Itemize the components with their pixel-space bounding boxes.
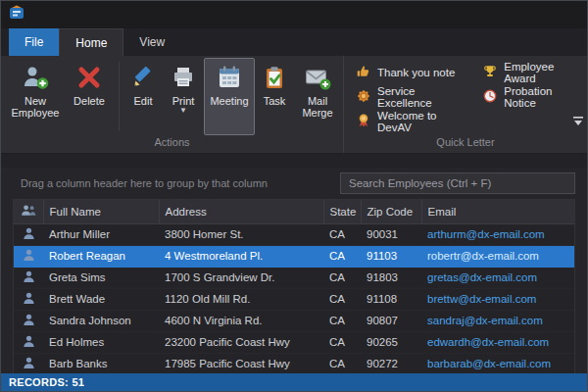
delete-icon	[76, 63, 102, 92]
task-clipboard-icon	[262, 63, 287, 92]
delete-button[interactable]: Delete	[64, 58, 115, 135]
column-header-full-name[interactable]: Full Name	[43, 200, 159, 223]
cell-zip: 90265	[361, 331, 421, 353]
table-row[interactable]: Robert Reagan4 Westmoreland Pl.CA91103ro…	[14, 245, 574, 267]
row-person-icon	[14, 310, 43, 331]
cell-zip: 90031	[361, 223, 421, 245]
search-input[interactable]	[340, 172, 575, 194]
cell-email-link[interactable]: arthurm@dx-email.com	[421, 223, 574, 245]
probation-notice-label: Probation Notice	[504, 85, 565, 109]
edit-button[interactable]: Edit	[123, 58, 163, 135]
service-excellence-item[interactable]: Service Excellence	[352, 84, 474, 109]
cell-email-link[interactable]: edwardh@dx-email.com	[421, 331, 574, 353]
app-window: File Home View New Employe	[0, 0, 588, 392]
titlebar	[1, 1, 587, 28]
row-person-icon	[14, 353, 43, 373]
row-person-icon	[14, 267, 43, 288]
ribbon-bottom-strip	[1, 154, 587, 168]
tab-file[interactable]: File	[9, 28, 59, 56]
meeting-calendar-icon	[216, 63, 243, 92]
cell-email-link[interactable]: sandraj@dx-email.com	[421, 310, 574, 331]
welcome-to-devav-item[interactable]: Welcome to DevAV	[352, 109, 474, 133]
table-row[interactable]: Sandra Johnson4600 N Virginia Rd.CA90807…	[14, 310, 574, 331]
row-person-icon	[14, 331, 43, 353]
cell-zip: 90272	[361, 353, 421, 373]
cell-address: 1700 S Grandview Dr.	[159, 267, 323, 288]
quick-letter-more-button[interactable]	[569, 56, 587, 135]
table-row[interactable]: Arthur Miller3800 Homer St.CA90031arthur…	[14, 223, 574, 245]
ribbon: New Employee Delete	[1, 56, 587, 154]
new-employee-button[interactable]: New Employee	[7, 58, 64, 135]
new-employee-icon	[22, 63, 49, 92]
cell-zip: 91108	[361, 288, 421, 310]
task-button[interactable]: Task	[255, 58, 294, 135]
mail-merge-icon	[304, 63, 331, 92]
cell-address: 17985 Pacific Coast Hwy	[159, 353, 323, 373]
cell-zip: 90807	[361, 310, 421, 331]
table-row[interactable]: Ed Holmes23200 Pacific Coast HwyCA90265e…	[14, 331, 574, 353]
actions-group-caption: Actions	[1, 135, 343, 153]
thank-you-note-item[interactable]: Thank you note	[352, 60, 474, 84]
cell-state: CA	[323, 223, 361, 245]
cell-email-link[interactable]: barbarab@dx-email.com	[421, 353, 574, 373]
table-row[interactable]: Brett Wade1120 Old Mill Rd.CA91108brettw…	[14, 288, 574, 310]
cell-full-name: Greta Sims	[43, 267, 159, 288]
grid-body: Arthur Miller3800 Homer St.CA90031arthur…	[14, 223, 574, 373]
cell-full-name: Arthur Miller	[43, 223, 159, 245]
thank-you-note-label: Thank you note	[377, 67, 455, 78]
column-header-email[interactable]: Email	[421, 200, 574, 223]
cell-email-link[interactable]: robertr@dx-email.com	[421, 245, 574, 267]
ribbon-group-quick-letter: Thank you note Empl	[343, 56, 587, 153]
group-by-hint[interactable]: Drag a column header here to group by th…	[13, 177, 340, 189]
people-header-icon[interactable]	[14, 200, 43, 223]
cell-full-name: Barb Banks	[43, 353, 159, 373]
cell-address: 23200 Pacific Coast Hwy	[159, 331, 323, 353]
probation-notice-item[interactable]: Probation Notice	[478, 84, 569, 109]
mail-merge-button[interactable]: Mail Merge	[294, 58, 341, 135]
column-header-state[interactable]: State	[323, 200, 361, 223]
ribbon-medal-icon	[356, 113, 371, 130]
row-person-icon	[14, 288, 43, 310]
print-icon	[171, 63, 196, 92]
cell-address: 4 Westmoreland Pl.	[159, 245, 323, 267]
cell-state: CA	[323, 310, 361, 331]
trophy-icon	[482, 64, 498, 81]
thumbs-up-icon	[356, 64, 371, 81]
employee-award-label: Employee Award	[504, 61, 565, 84]
cell-address: 4600 N Virginia Rd.	[159, 310, 323, 331]
grid-toolbar: Drag a column header here to group by th…	[1, 168, 587, 199]
tab-view[interactable]: View	[123, 28, 180, 56]
cell-state: CA	[323, 267, 361, 288]
cell-address: 3800 Homer St.	[159, 223, 323, 245]
medal-burst-icon	[356, 88, 371, 106]
cell-full-name: Ed Holmes	[43, 331, 159, 353]
new-employee-label: New Employee	[10, 95, 61, 119]
table-row[interactable]: Barb Banks17985 Pacific Coast HwyCA90272…	[14, 353, 574, 373]
print-dropdown-caret: ▼	[179, 107, 187, 114]
print-button[interactable]: Print ▼	[163, 58, 204, 135]
app-icon	[9, 5, 24, 24]
cell-email-link[interactable]: brettw@dx-email.com	[421, 288, 574, 310]
edit-label: Edit	[134, 95, 153, 107]
column-header-zip[interactable]: Zip Code	[361, 200, 421, 223]
delete-label: Delete	[74, 95, 105, 107]
task-label: Task	[264, 95, 286, 107]
cell-email-link[interactable]: gretas@dx-email.com	[421, 267, 574, 288]
service-excellence-label: Service Excellence	[377, 85, 470, 109]
meeting-button[interactable]: Meeting	[204, 58, 255, 135]
row-person-icon	[14, 223, 43, 245]
tab-home[interactable]: Home	[59, 28, 123, 56]
column-header-address[interactable]: Address	[159, 200, 323, 223]
row-person-icon	[14, 245, 43, 267]
ribbon-tabstrip: File Home View	[1, 28, 587, 56]
quick-letter-group-caption: Quick Letter	[344, 135, 587, 153]
cell-state: CA	[323, 245, 361, 267]
table-row[interactable]: Greta Sims1700 S Grandview Dr.CA91803gre…	[14, 267, 574, 288]
cell-full-name: Sandra Johnson	[43, 310, 159, 331]
welcome-to-devav-label: Welcome to DevAV	[377, 110, 470, 133]
employee-award-item[interactable]: Employee Award	[478, 60, 569, 84]
grid-header-row: Full Name Address State Zip Code Email	[14, 200, 574, 223]
mail-merge-label: Mail Merge	[297, 95, 338, 119]
employee-grid: Full Name Address State Zip Code Email A…	[13, 199, 575, 373]
meeting-label: Meeting	[210, 95, 248, 107]
